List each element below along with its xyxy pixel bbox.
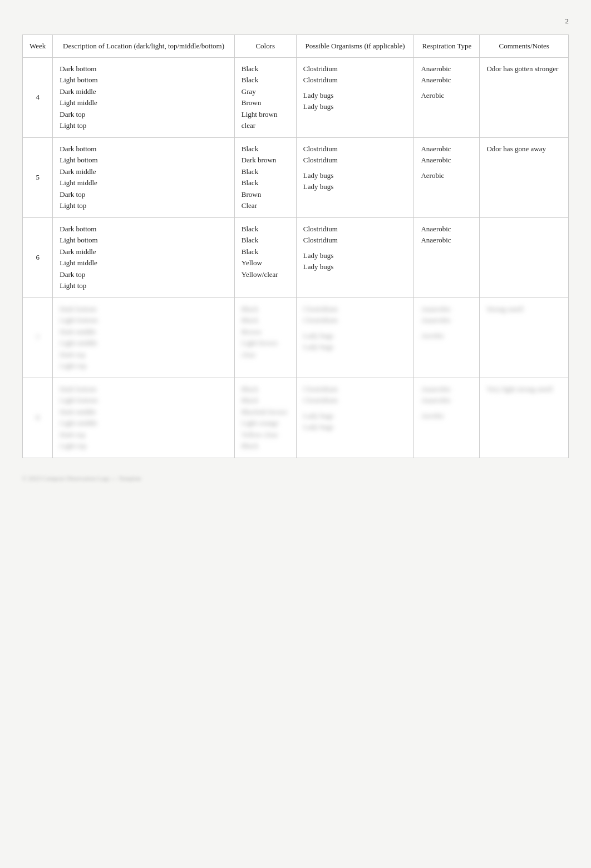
cell-description: Dark bottomLight bottomDark middleLight … — [53, 137, 235, 217]
cell-description: Dark bottomLight bottomDark middleLight … — [53, 217, 235, 297]
cell-week: 4 — [23, 57, 53, 137]
cell-colors: BlackBlackBrownLight brownclear — [234, 297, 296, 378]
footer-note: © 2023 Compost Observation Logs — Templa… — [22, 475, 569, 482]
cell-organisms: ClostridiumClostridiumLady bugsLady bugs — [296, 297, 414, 378]
cell-colors: BlackBlackGrayBrownLight brownclear — [234, 57, 296, 137]
header-description: Description of Location (dark/light, top… — [53, 35, 235, 58]
cell-organisms: ClostridiumClostridiumLady bugsLady bugs — [296, 57, 414, 137]
table-row: 4Dark bottomLight bottomDark middleLight… — [23, 57, 569, 137]
header-week: Week — [23, 35, 53, 58]
cell-respiration: AnaerobicAnaerobic — [414, 217, 480, 297]
cell-colors: BlackBlackBlackYellowYellow/clear — [234, 217, 296, 297]
header-colors: Colors — [234, 35, 296, 58]
cell-colors: BlackBlackBlackish brownLight orangeYell… — [234, 378, 296, 458]
cell-description: Dark bottomLight bottomDark middleLight … — [53, 57, 235, 137]
cell-comments: Strong smell — [480, 297, 569, 378]
header-respiration: Respiration Type — [414, 35, 480, 58]
header-comments: Comments/Notes — [480, 35, 569, 58]
cell-colors: BlackDark brownBlackBlackBrownClear — [234, 137, 296, 217]
cell-organisms: ClostridiumClostridiumLady bugsLady bugs — [296, 378, 414, 458]
cell-respiration: AnaerobicAnaerobicAerobic — [414, 137, 480, 217]
cell-comments: Odor has gotten stronger — [480, 57, 569, 137]
table-row: 5Dark bottomLight bottomDark middleLight… — [23, 137, 569, 217]
cell-organisms: ClostridiumClostridiumLady bugsLady bugs — [296, 217, 414, 297]
table-row: 7Dark bottomLight bottomDark middleLight… — [23, 297, 569, 378]
page-number: 2 — [22, 17, 569, 26]
cell-respiration: AnaerobicAnaerobicAerobic — [414, 378, 480, 458]
cell-description: Dark bottomLight bottomDark middleLight … — [53, 297, 235, 378]
cell-comments: Odor has gone away — [480, 137, 569, 217]
observation-table: Week Description of Location (dark/light… — [22, 34, 569, 458]
cell-week: 7 — [23, 297, 53, 378]
cell-week: 5 — [23, 137, 53, 217]
cell-organisms: ClostridiumClostridiumLady bugsLady bugs — [296, 137, 414, 217]
cell-respiration: AnaerobicAnaerobicAerobic — [414, 297, 480, 378]
cell-week: 6 — [23, 217, 53, 297]
table-row: 8Dark bottomLight bottomDark middleLight… — [23, 378, 569, 458]
cell-respiration: AnaerobicAnaerobicAerobic — [414, 57, 480, 137]
table-row: 6Dark bottomLight bottomDark middleLight… — [23, 217, 569, 297]
header-organisms: Possible Organisms (if applicable) — [296, 35, 414, 58]
cell-comments — [480, 217, 569, 297]
cell-week: 8 — [23, 378, 53, 458]
cell-description: Dark bottomLight bottomDark middleLight … — [53, 378, 235, 458]
cell-comments: Very light strong smell — [480, 378, 569, 458]
